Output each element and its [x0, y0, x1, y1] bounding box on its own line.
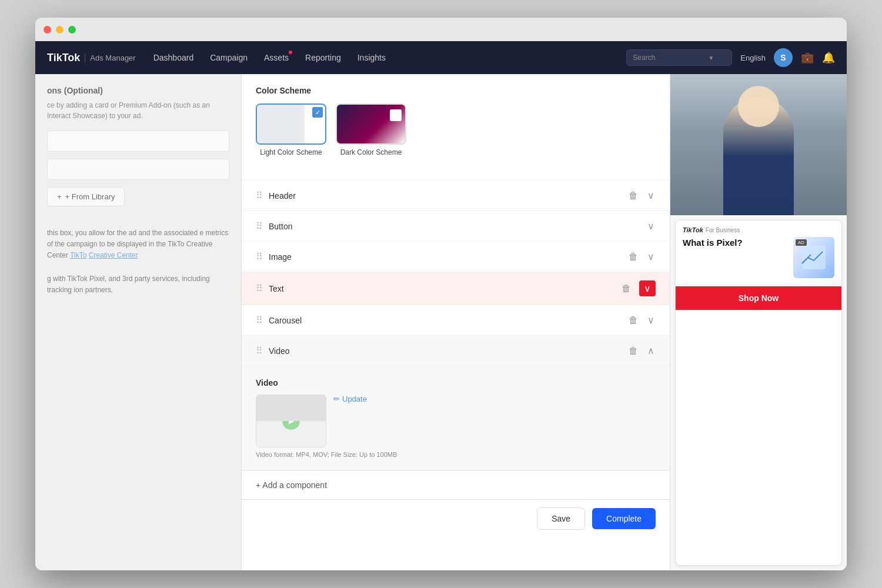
component-carousel[interactable]: ⠿ Carousel 🗑 ∨: [242, 305, 670, 336]
nav-dashboard[interactable]: Dashboard: [153, 51, 194, 65]
svg-rect-1: [802, 246, 826, 269]
bottom-action-bar: Save Complete: [242, 499, 670, 537]
drag-handle-video: ⠿: [256, 345, 263, 356]
bell-icon[interactable]: 🔔: [822, 51, 835, 64]
from-library-label: + From Library: [65, 192, 115, 201]
nav-right: Search ▼ English S 💼 🔔: [626, 48, 835, 67]
preview-card-content: What is Pixel? AD: [676, 237, 841, 284]
video-upload-area[interactable]: ▶: [256, 395, 326, 447]
dark-preview: [336, 103, 406, 145]
from-library-button[interactable]: + + From Library: [47, 187, 125, 206]
person-background: [670, 74, 847, 215]
minimize-button[interactable]: [56, 26, 64, 34]
consent-text-2: g with TikTok Pixel, and 3rd party servi…: [47, 275, 210, 294]
component-carousel-label: Carousel: [269, 316, 627, 325]
titlebar: [35, 18, 847, 41]
component-header-actions: 🗑 ∨: [627, 189, 656, 202]
avatar[interactable]: S: [774, 48, 793, 67]
navigation: TikTok Ads Manager Dashboard Campaign As…: [35, 41, 847, 74]
chevron-down-icon: ▼: [708, 55, 714, 61]
component-video-label: Video: [269, 346, 627, 356]
main-content: ons (Optional) ce by adding a card or Pr…: [35, 74, 847, 570]
delete-header-button[interactable]: 🗑: [627, 189, 639, 202]
color-scheme-options: ✓ Light Color Scheme Dark Color Scheme: [256, 103, 656, 156]
shop-now-button[interactable]: Shop Now: [676, 286, 841, 310]
update-video-link[interactable]: ✏ Update: [333, 395, 367, 403]
nav-insights[interactable]: Insights: [358, 51, 386, 65]
light-scheme-name: Light Color Scheme: [256, 148, 326, 156]
light-preview: ✓: [256, 103, 326, 145]
video-label: Video: [256, 378, 656, 387]
maximize-button[interactable]: [68, 26, 76, 34]
color-scheme-section: Color Scheme ✓ Light Color Scheme: [242, 74, 670, 180]
preview-card: TikTok For Business What is Pixel? AD: [675, 220, 842, 566]
save-button[interactable]: Save: [537, 507, 585, 530]
component-image-label: Image: [269, 252, 627, 262]
notification-dot: [289, 51, 292, 54]
preview-card-header: TikTok For Business: [676, 220, 841, 237]
delete-carousel-button[interactable]: 🗑: [627, 314, 639, 327]
language-selector[interactable]: English: [740, 54, 766, 62]
ad-graphic: [799, 243, 828, 272]
left-input-2[interactable]: [47, 159, 229, 180]
component-button[interactable]: ⠿ Button ∨: [242, 211, 670, 242]
tiktok-link[interactable]: TikTo: [70, 251, 86, 259]
component-header[interactable]: ⠿ Header 🗑 ∨: [242, 181, 670, 211]
drag-handle-button: ⠿: [256, 220, 263, 232]
left-desc: ce by adding a card or Premium Add-on (s…: [47, 100, 229, 121]
add-component-row[interactable]: + Add a component: [242, 470, 670, 499]
left-text-block: this box, you allow for the ad and the a…: [47, 228, 229, 296]
delete-text-button[interactable]: 🗑: [620, 282, 632, 295]
component-image[interactable]: ⠿ Image 🗑 ∨: [242, 242, 670, 272]
preview-brand: TikTok: [683, 226, 703, 233]
expand-text-button[interactable]: ∨: [639, 280, 656, 296]
video-format-hint: Video format: MP4, MOV; File Size: Up to…: [256, 451, 656, 458]
expand-image-button[interactable]: ∨: [646, 250, 656, 263]
video-expanded-section: Video ▶ ✏ Update Vide: [242, 366, 670, 470]
component-text-actions: 🗑 ∨: [620, 280, 656, 296]
expand-button-button[interactable]: ∨: [646, 219, 656, 233]
search-placeholder: Search: [633, 54, 655, 62]
component-button-actions: ∨: [646, 219, 656, 233]
briefcase-icon[interactable]: 💼: [801, 51, 814, 64]
expand-header-button[interactable]: ∨: [646, 189, 656, 202]
center-panel: Color Scheme ✓ Light Color Scheme: [241, 74, 670, 570]
component-image-actions: 🗑 ∨: [627, 250, 656, 263]
component-text[interactable]: ⠿ Text 🗑 ∨: [242, 272, 670, 305]
plus-icon: +: [57, 192, 62, 201]
nav-assets[interactable]: Assets: [264, 51, 289, 65]
light-color-scheme-card[interactable]: ✓ Light Color Scheme: [256, 103, 326, 156]
global-search[interactable]: Search ▼: [626, 49, 732, 66]
nav-reporting[interactable]: Reporting: [305, 51, 341, 65]
drag-handle-carousel: ⠿: [256, 315, 263, 326]
edit-icon: ✏: [333, 395, 340, 403]
delete-image-button[interactable]: 🗑: [627, 250, 639, 263]
dark-scheme-name: Dark Color Scheme: [336, 148, 406, 156]
video-thumb-top: [256, 395, 326, 421]
preview-brand-suffix: For Business: [706, 227, 740, 233]
add-component-label: + Add a component: [256, 480, 327, 490]
preview-ad-image: AD: [793, 237, 834, 278]
left-title: ons (Optional): [47, 86, 229, 95]
app-window: TikTok Ads Manager Dashboard Campaign As…: [35, 18, 847, 570]
close-button[interactable]: [44, 26, 51, 34]
component-header-label: Header: [269, 191, 627, 201]
color-scheme-label: Color Scheme: [256, 86, 656, 95]
nav-campaign[interactable]: Campaign: [210, 51, 248, 65]
checkmark-icon: ✓: [312, 107, 323, 118]
left-input[interactable]: [47, 131, 229, 152]
creative-center-link[interactable]: Creative Center: [89, 251, 138, 259]
logo: TikTok Ads Manager: [47, 52, 136, 64]
component-carousel-actions: 🗑 ∨: [627, 313, 656, 327]
dark-color-scheme-card[interactable]: Dark Color Scheme: [336, 103, 406, 156]
complete-button[interactable]: Complete: [592, 508, 656, 529]
delete-video-button[interactable]: 🗑: [627, 345, 639, 358]
nav-links: Dashboard Campaign Assets Reporting Insi…: [153, 51, 627, 65]
light-preview-inner: [257, 105, 305, 143]
expand-carousel-button[interactable]: ∨: [646, 313, 656, 327]
components-list: ⠿ Header 🗑 ∨ ⠿ Button ∨: [242, 180, 670, 366]
component-text-label: Text: [269, 284, 620, 293]
component-video[interactable]: ⠿ Video 🗑 ∧: [242, 336, 670, 366]
collapse-video-button[interactable]: ∧: [646, 344, 656, 358]
ad-badge: AD: [796, 239, 807, 246]
